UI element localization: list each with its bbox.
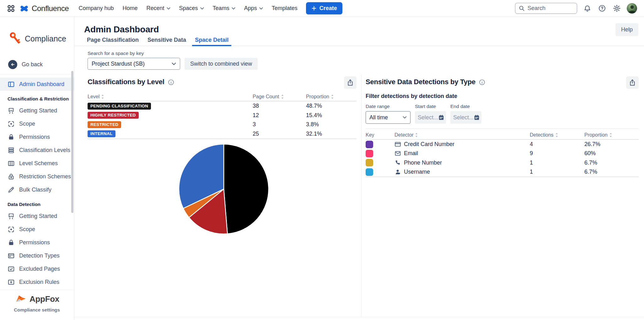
start-date-input[interactable]: Select... [415, 111, 446, 124]
column-header-proportion[interactable]: Proportion [584, 132, 639, 138]
column-header-detections[interactable]: Detections [530, 132, 584, 138]
tab-page-classification[interactable]: Page Classification [84, 36, 142, 46]
sidebar-item-exclusion-rules[interactable]: Exclusion Rules [0, 275, 74, 289]
flag-icon [8, 107, 15, 114]
nav-item-spaces[interactable]: Spaces [176, 3, 207, 14]
end-date-input[interactable]: Select... [450, 111, 481, 124]
go-back-button[interactable]: Go back [0, 59, 74, 70]
sidebar-item-label: Getting Started [19, 107, 57, 114]
detections-cell: 9 [530, 150, 584, 157]
tab-sensitive-data[interactable]: Sensitive Data [145, 36, 189, 46]
pie-slice-pending-classification[interactable] [224, 144, 269, 234]
date-range-select[interactable]: All time [366, 111, 411, 124]
sort-icon [415, 133, 418, 138]
sidebar-item-scope[interactable]: Scope [0, 117, 74, 130]
column-header-page-count[interactable]: Page Count [253, 94, 306, 100]
app-name: Compliance [25, 34, 66, 43]
sidebar-item-getting-started[interactable]: Getting Started [0, 104, 74, 117]
nav-item-label: Spaces [179, 5, 198, 12]
filter-divider [366, 128, 639, 129]
classifications-pie-chart[interactable] [176, 141, 271, 237]
search-box[interactable] [515, 3, 577, 14]
nav-item-label: Teams [213, 5, 229, 12]
switch-combined-view-button[interactable]: Switch to combined view [185, 58, 258, 70]
sidebar-item-excluded-pages[interactable]: Excluded Pages [0, 262, 74, 275]
sidebar-item-label: Permissions [19, 134, 50, 140]
sidebar-item-detection-types[interactable]: Detection Types [0, 249, 74, 262]
sidebar-divider [0, 74, 74, 75]
nav-item-recent[interactable]: Recent [143, 3, 174, 14]
sidebar-item-bulk-classify[interactable]: Bulk Classify [0, 183, 74, 196]
detector-label: Email [404, 150, 418, 157]
app-switcher-icon[interactable] [7, 4, 15, 13]
section-heading-data-detection: Data Detection [0, 196, 74, 209]
sidebar: Compliance Go back Admin Dashboard Class… [0, 17, 74, 320]
confluence-logo[interactable]: Confluence [19, 4, 69, 13]
space-select[interactable]: Project Stardust (SB) [88, 58, 180, 70]
appfox-logo: AppFox [14, 294, 59, 304]
content-bottom-divider [74, 317, 644, 317]
export-button[interactable] [344, 76, 357, 89]
chevron-down-icon [403, 116, 407, 119]
detector-label: Phone Number [404, 160, 442, 166]
classification-badge: INTERNAL [88, 130, 115, 137]
topbar-nav: Company hubHomeRecentSpacesTeamsAppsTemp… [75, 3, 301, 14]
nav-item-teams[interactable]: Teams [209, 3, 239, 14]
levels-icon [8, 147, 15, 154]
nav-item-templates[interactable]: Templates [268, 3, 301, 14]
info-icon[interactable] [168, 79, 174, 85]
sidebar-item-scope[interactable]: Scope [0, 223, 74, 236]
proportion-cell: 3.8% [306, 121, 357, 128]
key-swatch [366, 150, 373, 157]
create-button-label: Create [319, 5, 337, 12]
filter-heading: Filter detections by detection date [366, 93, 639, 100]
sidebar-item-restriction-schemes[interactable]: Restriction Schemes [0, 170, 74, 183]
nav-item-company-hub[interactable]: Company hub [75, 3, 117, 14]
start-date-placeholder: Select... [418, 114, 438, 121]
columns-icon [8, 160, 15, 167]
nav-item-label: Templates [272, 5, 298, 12]
chevron-down-icon [232, 7, 235, 10]
sidebar-sections: Classification & RestrictionGetting Star… [0, 91, 74, 289]
create-button[interactable]: Create [306, 2, 342, 14]
search-input[interactable] [528, 5, 573, 12]
help-button[interactable]: Help [615, 23, 638, 36]
key-swatch [366, 141, 373, 148]
column-header-level[interactable]: Level [88, 94, 253, 100]
sidebar-footer: AppFox Compliance settings [0, 290, 74, 320]
pencil-icon [8, 186, 15, 193]
compliance-settings-label: Compliance settings [14, 307, 60, 312]
classification-row-internal: INTERNAL 25 32.1% [88, 129, 357, 139]
gear-icon[interactable] [612, 4, 621, 13]
classification-row-highly-restricted: HIGHLY RESTRICTED 12 15.4% [88, 111, 357, 120]
info-icon[interactable] [479, 79, 485, 85]
detections-table: KeyDetectorDetectionsProportion Credit C… [366, 131, 639, 177]
date-range-value: All time [369, 114, 388, 121]
tab-space-detail[interactable]: Space Detail [192, 36, 231, 46]
column-header-detector[interactable]: Detector [394, 132, 530, 138]
fox-icon [14, 294, 27, 304]
proportion-cell: 48.7% [306, 103, 357, 109]
sidebar-item-permissions[interactable]: Permissions [0, 236, 74, 249]
space-filter: Search for a space by key Project Stardu… [74, 46, 644, 70]
detector-label: Credit Card Number [404, 141, 454, 148]
export-button[interactable] [626, 76, 639, 89]
main-content: Admin Dashboard Help Page Classification… [74, 17, 644, 320]
classification-row-restricted: RESTRICTED 3 3.8% [88, 120, 357, 129]
nav-item-apps[interactable]: Apps [241, 3, 266, 14]
sidebar-item-permissions[interactable]: Permissions [0, 130, 74, 144]
help-icon[interactable] [597, 4, 607, 13]
sidebar-item-admin-dashboard[interactable]: Admin Dashboard [0, 78, 74, 91]
column-header-proportion[interactable]: Proportion [306, 94, 357, 100]
sidebar-item-getting-started[interactable]: Getting Started [0, 209, 74, 223]
proportion-cell: 26.7% [584, 141, 639, 148]
page-count-cell: 25 [253, 131, 306, 137]
sidebar-item-classification-levels[interactable]: Classification Levels [0, 144, 74, 157]
bell-icon[interactable] [582, 4, 592, 13]
sidebar-item-label: Scope [19, 226, 35, 233]
key-swatch [366, 168, 373, 176]
user-avatar[interactable] [627, 3, 637, 14]
sidebar-item-level-schemes[interactable]: Level Schemes [0, 157, 74, 170]
nav-item-home[interactable]: Home [119, 3, 141, 14]
sidebar-scrollbar[interactable] [71, 71, 73, 213]
